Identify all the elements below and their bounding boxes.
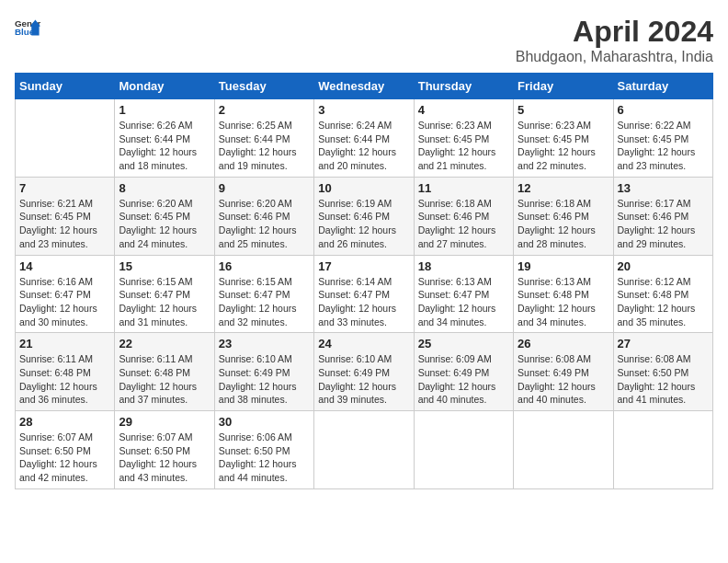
day-number: 20 (618, 259, 709, 273)
day-info: Sunrise: 6:23 AM Sunset: 6:45 PM Dayligh… (518, 119, 609, 173)
sunset-text: Sunset: 6:44 PM (119, 133, 190, 144)
day-number: 13 (618, 181, 709, 195)
day-number: 15 (119, 259, 210, 273)
day-number: 19 (518, 259, 609, 273)
calendar-cell: 27 Sunrise: 6:08 AM Sunset: 6:50 PM Dayl… (613, 333, 712, 411)
sunset-text: Sunset: 6:50 PM (19, 445, 91, 456)
calendar-cell: 28 Sunrise: 6:07 AM Sunset: 6:50 PM Dayl… (16, 411, 115, 489)
sunrise-text: Sunrise: 6:08 AM (618, 353, 691, 364)
calendar-cell: 20 Sunrise: 6:12 AM Sunset: 6:48 PM Dayl… (613, 255, 712, 333)
daylight-text: Daylight: 12 hours and 18 minutes. (119, 146, 197, 171)
day-info: Sunrise: 6:18 AM Sunset: 6:46 PM Dayligh… (518, 197, 609, 251)
sunrise-text: Sunrise: 6:18 AM (518, 198, 591, 209)
day-number: 10 (318, 181, 409, 195)
sunrise-text: Sunrise: 6:23 AM (518, 120, 591, 131)
sunset-text: Sunset: 6:48 PM (518, 289, 589, 300)
calendar-cell: 15 Sunrise: 6:15 AM Sunset: 6:47 PM Dayl… (115, 255, 214, 333)
sunset-text: Sunset: 6:49 PM (518, 367, 589, 378)
calendar-cell: 22 Sunrise: 6:11 AM Sunset: 6:48 PM Dayl… (115, 333, 214, 411)
day-info: Sunrise: 6:14 AM Sunset: 6:47 PM Dayligh… (318, 275, 409, 329)
daylight-text: Daylight: 12 hours and 40 minutes. (518, 381, 596, 406)
day-number: 2 (219, 103, 310, 117)
sunrise-text: Sunrise: 6:06 AM (219, 431, 292, 442)
sunset-text: Sunset: 6:47 PM (318, 289, 390, 300)
day-number: 24 (318, 337, 409, 350)
day-info: Sunrise: 6:20 AM Sunset: 6:45 PM Dayligh… (119, 197, 210, 251)
day-number: 9 (219, 181, 310, 195)
daylight-text: Daylight: 12 hours and 27 minutes. (418, 224, 496, 249)
sunrise-text: Sunrise: 6:11 AM (19, 353, 93, 364)
day-number: 30 (219, 415, 310, 429)
day-number: 28 (19, 415, 110, 429)
sunset-text: Sunset: 6:50 PM (119, 445, 190, 456)
daylight-text: Daylight: 12 hours and 41 minutes. (618, 381, 696, 406)
calendar-week-3: 14 Sunrise: 6:16 AM Sunset: 6:47 PM Dayl… (16, 255, 713, 333)
sunrise-text: Sunrise: 6:14 AM (318, 276, 392, 287)
daylight-text: Daylight: 12 hours and 37 minutes. (119, 381, 197, 406)
sunrise-text: Sunrise: 6:08 AM (518, 353, 591, 364)
day-info: Sunrise: 6:24 AM Sunset: 6:44 PM Dayligh… (318, 119, 409, 173)
day-number: 11 (418, 181, 509, 195)
calendar-cell: 29 Sunrise: 6:07 AM Sunset: 6:50 PM Dayl… (115, 411, 214, 489)
day-number: 25 (418, 337, 509, 350)
calendar-week-2: 7 Sunrise: 6:21 AM Sunset: 6:45 PM Dayli… (16, 177, 713, 255)
calendar-cell: 1 Sunrise: 6:26 AM Sunset: 6:44 PM Dayli… (115, 99, 214, 178)
day-info: Sunrise: 6:20 AM Sunset: 6:46 PM Dayligh… (219, 197, 310, 251)
day-number: 14 (19, 259, 110, 273)
day-info: Sunrise: 6:15 AM Sunset: 6:47 PM Dayligh… (119, 275, 210, 329)
calendar-cell: 19 Sunrise: 6:13 AM Sunset: 6:48 PM Dayl… (514, 255, 613, 333)
sunset-text: Sunset: 6:48 PM (618, 289, 689, 300)
calendar-cell: 5 Sunrise: 6:23 AM Sunset: 6:45 PM Dayli… (514, 99, 613, 178)
day-number: 8 (119, 181, 210, 195)
sunset-text: Sunset: 6:46 PM (518, 211, 589, 222)
sunrise-text: Sunrise: 6:26 AM (119, 120, 192, 131)
calendar-week-1: 1 Sunrise: 6:26 AM Sunset: 6:44 PM Dayli… (16, 99, 713, 178)
day-info: Sunrise: 6:07 AM Sunset: 6:50 PM Dayligh… (119, 431, 210, 485)
calendar-cell: 9 Sunrise: 6:20 AM Sunset: 6:46 PM Dayli… (214, 177, 313, 255)
sunrise-text: Sunrise: 6:19 AM (318, 198, 392, 209)
daylight-text: Daylight: 12 hours and 30 minutes. (19, 303, 97, 327)
calendar-cell: 11 Sunrise: 6:18 AM Sunset: 6:46 PM Dayl… (414, 177, 513, 255)
day-number: 4 (418, 103, 509, 117)
daylight-text: Daylight: 12 hours and 44 minutes. (219, 458, 297, 483)
calendar-cell: 23 Sunrise: 6:10 AM Sunset: 6:49 PM Dayl… (214, 333, 313, 411)
sunrise-text: Sunrise: 6:09 AM (418, 353, 492, 364)
calendar-cell: 16 Sunrise: 6:15 AM Sunset: 6:47 PM Dayl… (214, 255, 313, 333)
day-info: Sunrise: 6:10 AM Sunset: 6:49 PM Dayligh… (219, 352, 310, 407)
sunrise-text: Sunrise: 6:20 AM (219, 198, 292, 209)
sunset-text: Sunset: 6:50 PM (219, 445, 290, 456)
sunrise-text: Sunrise: 6:24 AM (318, 120, 392, 131)
day-info: Sunrise: 6:11 AM Sunset: 6:48 PM Dayligh… (119, 352, 210, 407)
sunset-text: Sunset: 6:45 PM (119, 211, 190, 222)
daylight-text: Daylight: 12 hours and 26 minutes. (318, 224, 396, 249)
sunrise-text: Sunrise: 6:07 AM (119, 431, 192, 442)
sunset-text: Sunset: 6:49 PM (418, 367, 490, 378)
sunrise-text: Sunrise: 6:13 AM (418, 276, 492, 287)
sunrise-text: Sunrise: 6:13 AM (518, 276, 591, 287)
calendar-cell: 14 Sunrise: 6:16 AM Sunset: 6:47 PM Dayl… (16, 255, 115, 333)
sunrise-text: Sunrise: 6:11 AM (119, 353, 192, 364)
day-info: Sunrise: 6:13 AM Sunset: 6:48 PM Dayligh… (518, 275, 609, 329)
calendar-cell: 6 Sunrise: 6:22 AM Sunset: 6:45 PM Dayli… (613, 99, 712, 178)
day-info: Sunrise: 6:10 AM Sunset: 6:49 PM Dayligh… (318, 352, 409, 407)
day-number: 5 (518, 103, 609, 117)
daylight-text: Daylight: 12 hours and 29 minutes. (618, 224, 696, 249)
weekday-header-monday: Monday (115, 74, 214, 99)
day-info: Sunrise: 6:13 AM Sunset: 6:47 PM Dayligh… (418, 275, 509, 329)
sunrise-text: Sunrise: 6:10 AM (318, 353, 392, 364)
daylight-text: Daylight: 12 hours and 19 minutes. (219, 146, 297, 171)
calendar-body: 1 Sunrise: 6:26 AM Sunset: 6:44 PM Dayli… (16, 99, 713, 489)
weekday-header-sunday: Sunday (16, 74, 115, 99)
sunset-text: Sunset: 6:46 PM (618, 211, 689, 222)
daylight-text: Daylight: 12 hours and 23 minutes. (618, 146, 696, 171)
calendar-cell (16, 99, 115, 178)
day-info: Sunrise: 6:22 AM Sunset: 6:45 PM Dayligh… (618, 119, 709, 173)
calendar-cell: 30 Sunrise: 6:06 AM Sunset: 6:50 PM Dayl… (214, 411, 313, 489)
daylight-text: Daylight: 12 hours and 32 minutes. (219, 303, 297, 327)
sunset-text: Sunset: 6:49 PM (219, 367, 290, 378)
weekday-header-tuesday: Tuesday (214, 74, 313, 99)
calendar-cell: 3 Sunrise: 6:24 AM Sunset: 6:44 PM Dayli… (314, 99, 414, 178)
sunset-text: Sunset: 6:45 PM (418, 133, 490, 144)
calendar-cell: 24 Sunrise: 6:10 AM Sunset: 6:49 PM Dayl… (314, 333, 414, 411)
day-info: Sunrise: 6:09 AM Sunset: 6:49 PM Dayligh… (418, 352, 509, 407)
